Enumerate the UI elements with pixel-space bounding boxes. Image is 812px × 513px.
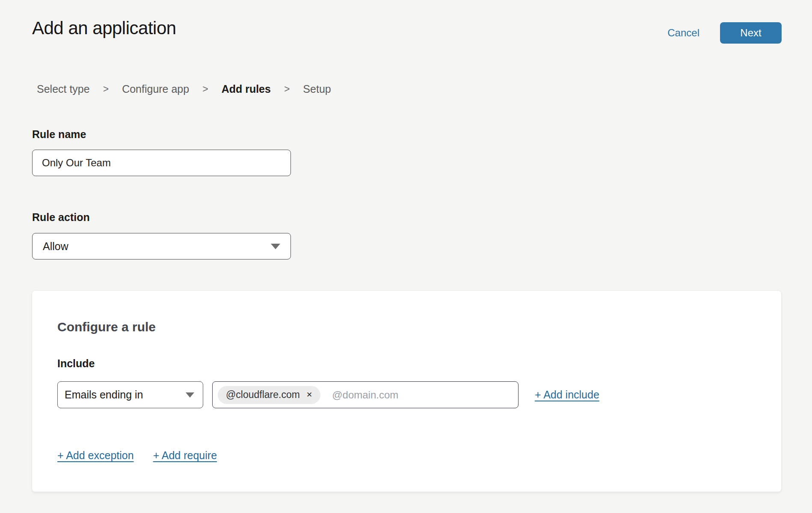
cancel-button[interactable]: Cancel xyxy=(667,27,699,39)
email-domain-tag: @cloudflare.com ✕ xyxy=(218,386,320,404)
breadcrumb-separator: > xyxy=(202,83,208,95)
breadcrumb-step-add-rules[interactable]: Add rules xyxy=(222,83,271,95)
include-value-tag-input[interactable]: @cloudflare.com ✕ xyxy=(212,381,519,408)
configure-rule-card: Configure a rule Include Emails ending i… xyxy=(32,290,782,492)
include-criteria-selected-value: Emails ending in xyxy=(65,389,143,401)
chevron-down-icon xyxy=(186,392,194,398)
breadcrumb-step-setup[interactable]: Setup xyxy=(303,83,331,95)
breadcrumb: Select type > Configure app > Add rules … xyxy=(37,83,331,95)
rule-action-select[interactable]: Allow xyxy=(32,233,291,259)
add-exception-link[interactable]: + Add exception xyxy=(57,449,134,462)
include-criteria-select[interactable]: Emails ending in xyxy=(57,381,203,408)
email-domain-tag-label: @cloudflare.com xyxy=(226,389,300,401)
page-header: Add an application Cancel Next xyxy=(32,17,782,44)
rule-name-label: Rule name xyxy=(32,128,291,141)
page-title: Add an application xyxy=(32,17,176,40)
configure-rule-heading: Configure a rule xyxy=(57,320,756,334)
breadcrumb-step-select-type[interactable]: Select type xyxy=(37,83,90,95)
rule-name-section: Rule name xyxy=(32,128,291,176)
rule-action-selected-value: Allow xyxy=(43,240,68,253)
rule-action-label: Rule action xyxy=(32,211,291,224)
breadcrumb-separator: > xyxy=(103,83,109,95)
header-actions: Cancel Next xyxy=(667,22,782,44)
rule-action-section: Rule action Allow xyxy=(32,211,291,259)
chevron-down-icon xyxy=(271,244,280,249)
breadcrumb-step-configure-app[interactable]: Configure app xyxy=(122,83,189,95)
rule-extra-links: + Add exception + Add require xyxy=(57,449,756,462)
add-application-page: Add an application Cancel Next Select ty… xyxy=(0,0,812,513)
add-require-link[interactable]: + Add require xyxy=(153,449,217,462)
remove-tag-icon[interactable]: ✕ xyxy=(306,391,312,398)
breadcrumb-separator: > xyxy=(284,83,290,95)
next-button[interactable]: Next xyxy=(720,22,782,44)
include-rule-row: Emails ending in @cloudflare.com ✕ + Add… xyxy=(57,381,756,408)
add-include-link[interactable]: + Add include xyxy=(535,389,599,401)
domain-entry-input[interactable] xyxy=(332,389,513,401)
include-label: Include xyxy=(57,357,756,370)
rule-name-input[interactable] xyxy=(32,150,291,176)
